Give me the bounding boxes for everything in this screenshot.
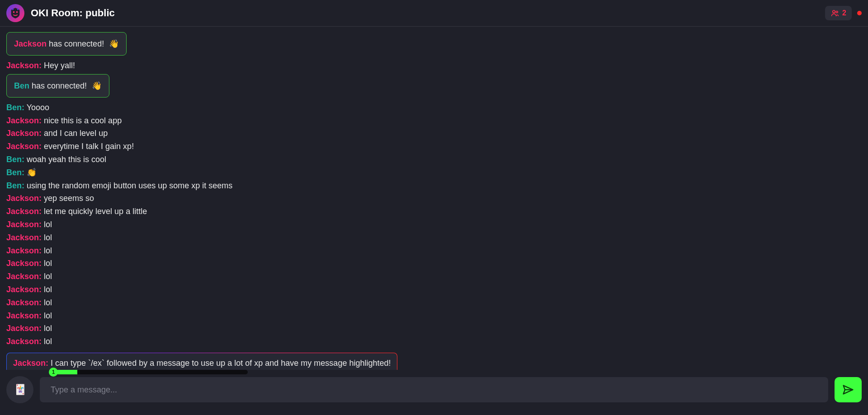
message-text: using the random emoji button uses up so…	[24, 181, 232, 190]
chat-area[interactable]: Jackson has connected! 👋Jackson: Hey yal…	[0, 27, 868, 370]
message-text: lol	[42, 285, 52, 294]
message-line: Jackson: lol	[6, 231, 862, 244]
message-line: Jackson: lol	[6, 309, 862, 322]
message-text: lol	[42, 311, 52, 320]
message-line: Jackson: lol	[6, 283, 862, 296]
username: Ben:	[6, 181, 24, 190]
input-wrapper: 1	[40, 377, 828, 402]
username: Jackson:	[6, 142, 42, 151]
username: Jackson:	[6, 129, 42, 138]
message-text: woah yeah this is cool	[24, 155, 106, 164]
username: Jackson:	[13, 359, 48, 368]
message-text: and I can level up	[42, 129, 108, 138]
username: Jackson	[14, 39, 47, 48]
username: Jackson:	[6, 285, 42, 294]
connect-notice: Jackson has connected! 👋	[6, 32, 127, 56]
message-line: Jackson: lol	[6, 322, 862, 335]
highlighted-message: Jackson: I can type `/ex` followed by a …	[6, 353, 397, 370]
message-line: Jackson: and I can level up	[6, 127, 862, 140]
app-logo-icon	[6, 4, 24, 22]
username: Ben:	[6, 155, 24, 164]
message-text: lol	[42, 324, 52, 333]
random-emoji-button[interactable]: 🃏	[6, 376, 33, 403]
message-line: Ben: 👏	[6, 166, 862, 179]
users-icon	[830, 9, 840, 18]
send-button[interactable]	[835, 377, 862, 402]
username: Jackson:	[6, 246, 42, 255]
username: Jackson:	[6, 220, 42, 229]
message-line: Ben: using the random emoji button uses …	[6, 179, 862, 192]
message-text: 👏	[24, 168, 37, 177]
user-count-value: 2	[842, 9, 846, 17]
username: Jackson:	[6, 233, 42, 242]
message-text: lol	[42, 220, 52, 229]
message-text: lol	[42, 233, 52, 242]
message-text: nice this is a cool app	[42, 116, 122, 125]
username: Jackson:	[6, 194, 42, 203]
message-line: Jackson: lol	[6, 257, 862, 270]
svg-point-2	[833, 10, 835, 13]
app-title: OKI Room: public	[31, 7, 115, 19]
footer: 🃏 1	[0, 370, 868, 415]
message-line: Jackson: nice this is a cool app	[6, 114, 862, 127]
username: Jackson:	[6, 272, 42, 281]
connect-text: has connected!	[47, 39, 106, 48]
username: Ben	[14, 81, 29, 90]
username: Ben:	[6, 168, 24, 177]
message-text: Hey yall!	[42, 61, 75, 70]
message-line: Jackson: lol	[6, 335, 862, 348]
connect-text: has connected!	[29, 81, 89, 90]
message-text: yep seems so	[42, 194, 94, 203]
message-text: lol	[42, 259, 52, 268]
username: Jackson:	[6, 116, 42, 125]
message-text: lol	[42, 246, 52, 255]
wave-icon: 👋	[109, 39, 119, 48]
username: Jackson:	[6, 311, 42, 320]
message-line: Jackson: lol	[6, 218, 862, 231]
status-dot-icon	[857, 11, 862, 15]
message-line: Ben: woah yeah this is cool	[6, 153, 862, 166]
username: Jackson:	[6, 324, 42, 333]
xp-bar: 1	[49, 370, 248, 374]
send-icon	[842, 383, 854, 396]
message-line: Jackson: yep seems so	[6, 192, 862, 205]
message-text: let me quickly level up a little	[42, 207, 147, 216]
message-line: Jackson: lol	[6, 270, 862, 283]
svg-point-3	[836, 11, 838, 13]
message-line: Jackson: lol	[6, 244, 862, 257]
user-count-badge[interactable]: 2	[825, 6, 852, 20]
svg-point-0	[13, 11, 15, 13]
xp-level-badge: 1	[49, 368, 58, 377]
message-line: Jackson: let me quickly level up a littl…	[6, 205, 862, 218]
username: Jackson:	[6, 207, 42, 216]
message-text: lol	[42, 298, 52, 307]
username: Jackson:	[6, 337, 42, 346]
message-text: I can type `/ex` followed by a message t…	[48, 359, 391, 368]
message-text: lol	[42, 337, 52, 346]
message-line: Jackson: everytime I talk I gain xp!	[6, 140, 862, 153]
message-line: Jackson: lol	[6, 296, 862, 309]
username: Jackson:	[6, 298, 42, 307]
username: Jackson:	[6, 61, 42, 70]
wave-icon: 👋	[92, 81, 102, 90]
message-text: Yoooo	[24, 103, 49, 112]
connect-notice: Ben has connected! 👋	[6, 74, 109, 98]
svg-point-1	[16, 11, 18, 13]
message-text: lol	[42, 272, 52, 281]
username: Jackson:	[6, 259, 42, 268]
message-text: everytime I talk I gain xp!	[42, 142, 134, 151]
message-line: Jackson: Hey yall!	[6, 59, 862, 72]
message-line: Ben: Yoooo	[6, 101, 862, 114]
joker-card-icon: 🃏	[14, 384, 26, 396]
username: Ben:	[6, 103, 24, 112]
message-input[interactable]	[40, 377, 828, 402]
header: OKI Room: public 2	[0, 0, 868, 27]
